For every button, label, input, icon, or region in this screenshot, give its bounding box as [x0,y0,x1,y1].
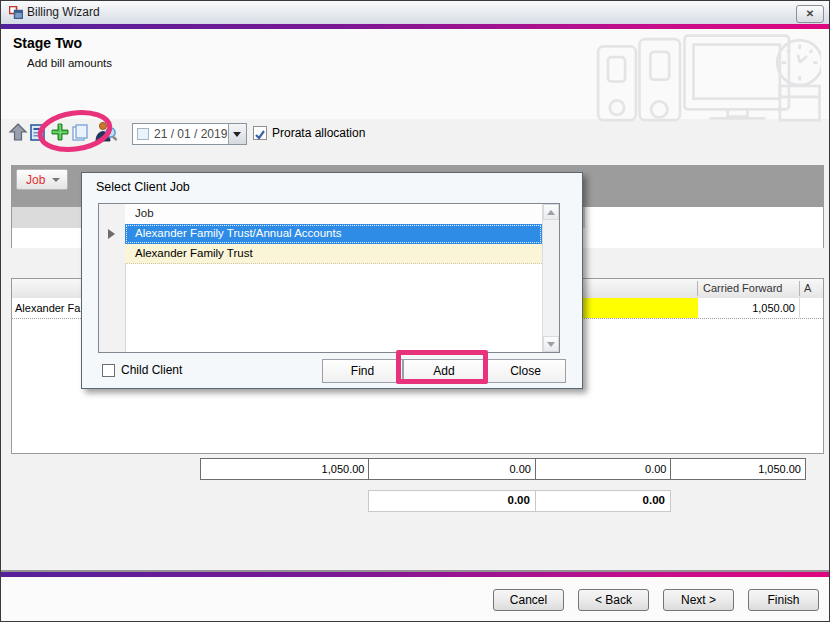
client-search-icon[interactable] [94,121,118,143]
office-watermark-graphic [593,32,821,122]
total-cell: 1,050.00 [201,459,368,479]
window-title: Billing Wizard [27,5,100,19]
up-arrow-icon[interactable] [8,122,28,142]
close-icon: ✕ [806,8,814,19]
stage-subtitle: Add bill amounts [27,57,112,69]
triangle-down-icon [547,342,555,347]
total-cell: 0.00 [368,459,534,479]
triangle-up-icon [547,210,555,215]
add-button[interactable]: Add [403,359,485,383]
checkmark-icon [254,129,266,141]
add-job-plus-icon[interactable] [50,122,70,142]
close-dialog-button[interactable]: Close [485,359,566,383]
job-row[interactable]: Alexander Family Trust [125,244,542,264]
child-client-label: Child Client [121,363,182,377]
date-value: 21 / 01 / 2019 [154,127,227,141]
a-cell [799,298,825,318]
editable-amount-cell[interactable] [577,298,698,318]
current-row-pointer-icon [108,229,115,239]
job-group-button[interactable]: Job [16,169,68,190]
total-cell: 0.00 [535,459,671,479]
find-button[interactable]: Find [322,359,403,383]
finish-button[interactable]: Finish [748,589,819,611]
list-scrollbar[interactable] [542,204,559,352]
scroll-down-button[interactable] [543,336,559,352]
job-row-selected[interactable]: Alexander Family Trust/Annual Accounts [125,224,542,244]
total-cell: 1,050.00 [670,459,805,479]
stage-title: Stage Two [13,35,82,51]
job-column-header: Job [135,207,154,219]
row-selector-column [99,204,126,352]
prorata-checkbox[interactable] [253,126,267,140]
date-enable-checkbox[interactable] [137,128,149,140]
a-column-header: A [804,282,811,294]
chevron-down-icon [52,178,60,182]
job-row-label: Alexander Family Trust/Annual Accounts [135,227,341,239]
select-client-job-dialog: Select Client Job Job Alexander Family T… [81,172,583,389]
carried-forward-header: Carried Forward [703,282,782,294]
wizard-header: Stage Two Add bill amounts [1,29,829,119]
job-row-label: Alexander Family Trust [135,247,253,259]
scroll-up-button[interactable] [543,204,559,220]
client-name-cell: Alexander Fa [15,302,80,314]
job-list: Job Alexander Family Trust/Annual Accoun… [98,203,560,353]
wizard-footer: Cancel < Back Next > Finish [1,577,829,621]
bill-amount-cell[interactable]: 0.00 [369,491,535,511]
dialog-title: Select Client Job [96,180,190,194]
cancel-button[interactable]: Cancel [493,589,564,611]
bill-document-icon[interactable] [30,124,47,141]
back-button[interactable]: < Back [578,589,649,611]
close-button[interactable]: ✕ [796,5,824,23]
copy-document-icon[interactable] [72,124,89,141]
grid-totals-row: 1,050.00 0.00 0.00 1,050.00 [200,458,806,480]
chevron-down-icon [233,132,241,137]
job-group-label: Job [26,173,45,187]
billing-wizard-window: Billing Wizard ✕ Stage Two Add bill amou… [0,0,830,622]
bill-amount-row: 0.00 0.00 [368,490,671,512]
app-icon [9,6,23,19]
title-bar: Billing Wizard ✕ [1,1,829,25]
prorata-label: Prorata allocation [272,126,365,140]
job-list-header: Job [125,204,542,225]
date-picker[interactable]: 21 / 01 / 2019 [132,123,247,145]
child-client-checkbox[interactable] [102,364,115,377]
next-button[interactable]: Next > [663,589,734,611]
column-separator [799,281,800,296]
carried-forward-cell: 1,050.00 [697,302,795,314]
column-separator [697,281,698,296]
bill-amount-cell[interactable]: 0.00 [535,491,670,511]
date-dropdown-button[interactable] [228,124,246,144]
